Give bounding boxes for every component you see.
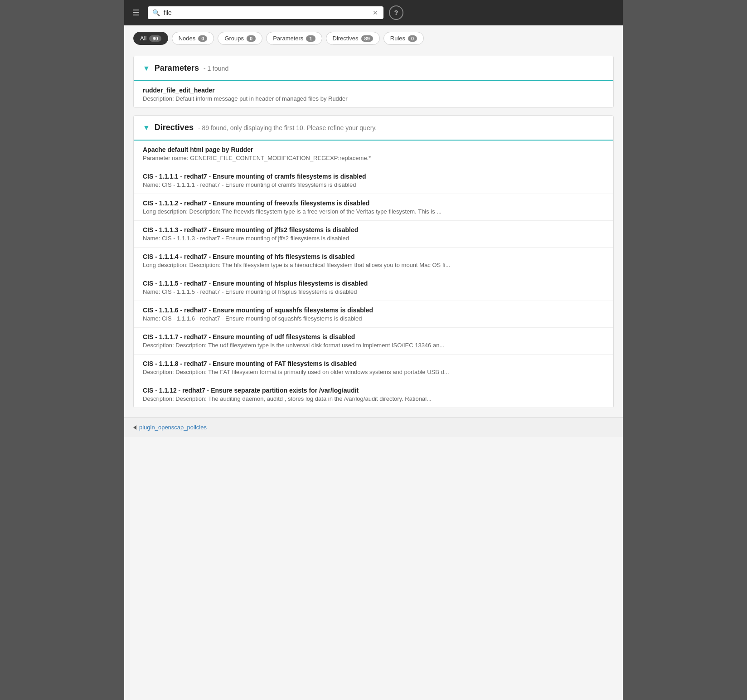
directives-chevron-icon[interactable]: ▼ (143, 124, 150, 132)
list-item[interactable]: CIS - 1.1.1.6 - redhat7 - Ensure mountin… (134, 301, 613, 328)
tab-nodes[interactable]: Nodes0 (172, 32, 214, 45)
list-item[interactable]: CIS - 1.1.1.5 - redhat7 - Ensure mountin… (134, 274, 613, 301)
list-item[interactable]: CIS - 1.1.12 - redhat7 - Ensure separate… (134, 381, 613, 408)
directives-section: ▼ Directives - 89 found, only displaying… (133, 115, 614, 408)
directives-section-header: ▼ Directives - 89 found, only displaying… (134, 116, 613, 141)
result-item-description: Name: CIS - 1.1.1.5 - redhat7 - Ensure m… (143, 288, 604, 295)
list-item[interactable]: CIS - 1.1.1.8 - redhat7 - Ensure mountin… (134, 355, 613, 381)
parameters-section-header: ▼ Parameters - 1 found (134, 56, 613, 81)
result-item-description: Parameter name: GENERIC_FILE_CONTENT_MOD… (143, 155, 604, 161)
bottom-chevron-icon (133, 425, 136, 430)
parameters-section: ▼ Parameters - 1 found rudder_file_edit_… (133, 56, 614, 108)
tab-directives-label: Directives (333, 35, 359, 42)
result-item-description: Long description: Description: The hfs f… (143, 262, 604, 268)
result-item-title: CIS - 1.1.1.1 - redhat7 - Ensure mountin… (143, 173, 604, 180)
tab-all[interactable]: All90 (133, 32, 168, 45)
tab-parameters-label: Parameters (273, 35, 303, 42)
search-container: 🔍 ✕ (148, 6, 383, 19)
result-item-description: Description: Description: The auditing d… (143, 395, 604, 402)
filter-tabs: All90Nodes0Groups0Parameters1Directives8… (124, 25, 623, 51)
top-bar: ☰ 🔍 ✕ ? (124, 0, 623, 25)
result-item-title: CIS - 1.1.1.7 - redhat7 - Ensure mountin… (143, 333, 604, 340)
parameters-section-title: Parameters (155, 63, 199, 73)
tab-groups-label: Groups (224, 35, 244, 42)
tab-directives[interactable]: Directives89 (326, 32, 380, 45)
search-input[interactable] (164, 9, 368, 16)
tab-parameters[interactable]: Parameters1 (266, 32, 322, 45)
directives-list: Apache default html page by RudderParame… (134, 141, 613, 408)
result-item-description: Name: CIS - 1.1.1.1 - redhat7 - Ensure m… (143, 181, 604, 188)
tab-rules-badge: 0 (408, 35, 417, 42)
result-item-description: Long description: Description: The freev… (143, 208, 604, 215)
result-item-title: CIS - 1.1.1.2 - redhat7 - Ensure mountin… (143, 199, 604, 207)
result-item-title: rudder_file_edit_header (143, 87, 604, 94)
tab-groups[interactable]: Groups0 (218, 32, 262, 45)
result-item-description: Name: CIS - 1.1.1.3 - redhat7 - Ensure m… (143, 235, 604, 242)
parameters-list: rudder_file_edit_headerDescription: Defa… (134, 81, 613, 107)
list-item[interactable]: rudder_file_edit_headerDescription: Defa… (134, 81, 613, 107)
directives-section-subtitle: - 89 found, only displaying the first 10… (198, 124, 377, 131)
list-item[interactable]: Apache default html page by RudderParame… (134, 141, 613, 167)
result-item-description: Description: Default inform message put … (143, 95, 604, 102)
list-item[interactable]: CIS - 1.1.1.7 - redhat7 - Ensure mountin… (134, 328, 613, 355)
tab-nodes-badge: 0 (198, 35, 207, 42)
list-item[interactable]: CIS - 1.1.1.4 - redhat7 - Ensure mountin… (134, 248, 613, 274)
tab-directives-badge: 89 (361, 35, 373, 42)
tab-all-badge: 90 (149, 35, 161, 42)
help-button[interactable]: ? (389, 5, 403, 20)
result-item-title: CIS - 1.1.12 - redhat7 - Ensure separate… (143, 387, 604, 394)
result-item-description: Description: Description: The FAT filesy… (143, 369, 604, 375)
result-item-title: CIS - 1.1.1.4 - redhat7 - Ensure mountin… (143, 253, 604, 260)
list-item[interactable]: CIS - 1.1.1.2 - redhat7 - Ensure mountin… (134, 194, 613, 221)
tab-rules[interactable]: Rules0 (383, 32, 424, 45)
content-area: ▼ Parameters - 1 found rudder_file_edit_… (124, 51, 623, 413)
result-item-title: CIS - 1.1.1.8 - redhat7 - Ensure mountin… (143, 360, 604, 367)
bottom-row: plugin_openscap_policies (124, 417, 623, 437)
list-item[interactable]: CIS - 1.1.1.1 - redhat7 - Ensure mountin… (134, 167, 613, 194)
clear-search-button[interactable]: ✕ (372, 9, 379, 16)
result-item-title: CIS - 1.1.1.5 - redhat7 - Ensure mountin… (143, 280, 604, 287)
result-item-description: Description: Description: The udf filesy… (143, 342, 604, 349)
bottom-link[interactable]: plugin_openscap_policies (139, 424, 207, 431)
result-item-title: Apache default html page by Rudder (143, 146, 604, 153)
parameters-chevron-icon[interactable]: ▼ (143, 64, 150, 73)
tab-rules-label: Rules (390, 35, 405, 42)
parameters-section-subtitle: - 1 found (204, 65, 228, 72)
result-item-title: CIS - 1.1.1.3 - redhat7 - Ensure mountin… (143, 226, 604, 233)
tab-all-label: All (140, 35, 146, 42)
hamburger-button[interactable]: ☰ (130, 6, 142, 19)
tab-groups-badge: 0 (247, 35, 256, 42)
directives-section-title: Directives (155, 123, 194, 132)
list-item[interactable]: CIS - 1.1.1.3 - redhat7 - Ensure mountin… (134, 221, 613, 248)
result-item-title: CIS - 1.1.1.6 - redhat7 - Ensure mountin… (143, 306, 604, 314)
result-item-description: Name: CIS - 1.1.1.6 - redhat7 - Ensure m… (143, 315, 604, 322)
tab-nodes-label: Nodes (179, 35, 196, 42)
search-icon: 🔍 (152, 9, 160, 16)
tab-parameters-badge: 1 (306, 35, 315, 42)
